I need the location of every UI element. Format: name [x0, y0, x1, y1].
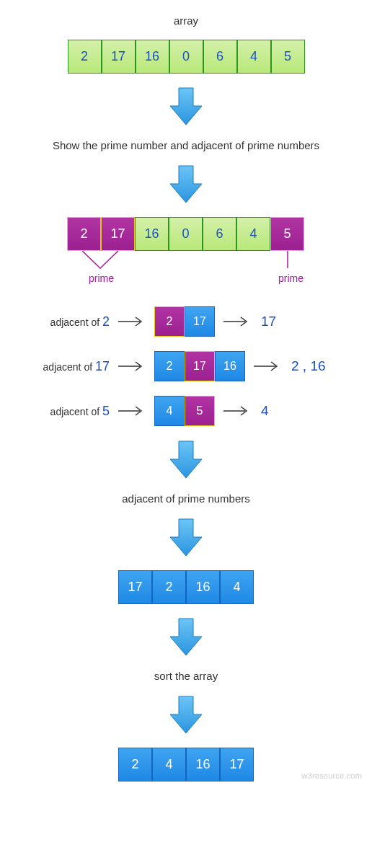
- arrow-right-icon: [222, 314, 252, 329]
- array-cell: 6: [203, 217, 236, 251]
- adjacent-cells: 217: [154, 306, 215, 337]
- array-cell: 2: [154, 306, 185, 337]
- arrow-right-icon: [117, 404, 147, 418]
- step-label: sort the array: [154, 670, 218, 682]
- watermark: w3resource.com: [302, 771, 363, 780]
- arrow-right-icon: [222, 404, 252, 418]
- array-adjacent: 172164: [118, 570, 254, 604]
- array-cell: 16: [135, 217, 169, 251]
- array-cell: 5: [271, 40, 305, 74]
- title-label: array: [174, 14, 198, 27]
- adjacent-label: adjacent of 17: [32, 359, 110, 374]
- array-cell: 2: [118, 748, 152, 781]
- prime-label-right: prime: [278, 273, 304, 284]
- arrow-down-icon: [168, 87, 204, 126]
- array-cell: 17: [185, 306, 215, 337]
- step-label: adjacent of prime numbers: [122, 492, 250, 505]
- arrow-right-icon: [252, 359, 283, 373]
- arrow-down-icon: [168, 164, 204, 204]
- adjacent-result: 2 , 16: [291, 358, 326, 374]
- prime-label-left: prime: [89, 273, 114, 284]
- arrow-right-icon: [117, 359, 147, 373]
- array-cell: 16: [136, 40, 169, 74]
- prime-indicator-group: prime prime: [67, 251, 305, 271]
- array-cell: 17: [220, 748, 254, 781]
- array-cell: 6: [203, 40, 237, 74]
- step-label: Show the prime number and adjacent of pr…: [53, 139, 319, 151]
- array-cell: 4: [152, 748, 186, 781]
- adjacent-cells: 21716: [154, 351, 245, 381]
- array-highlighted: 217160645: [67, 217, 305, 251]
- array-initial: 217160645: [68, 40, 305, 74]
- array-cell: 2: [67, 217, 101, 251]
- array-cell: 5: [270, 217, 304, 251]
- arrow-down-icon: [168, 617, 204, 657]
- array-cell: 4: [237, 40, 271, 74]
- flowchart: array 217160645 Show the prime number an…: [0, 14, 372, 781]
- array-cell: 0: [169, 217, 203, 251]
- adjacent-result: 4: [261, 403, 269, 419]
- array-cell: 2: [68, 40, 102, 74]
- adjacent-row: adjacent of 5454: [13, 395, 359, 427]
- adjacent-result: 17: [261, 314, 276, 329]
- array-sorted: 241617: [118, 748, 254, 781]
- array-cell: 17: [101, 217, 135, 251]
- array-cell: 16: [186, 570, 220, 604]
- arrow-right-icon: [117, 314, 147, 329]
- prime-line-icon: [270, 251, 305, 273]
- adjacent-row: adjacent of 17217162 , 16: [13, 350, 359, 382]
- array-cell: 4: [154, 396, 185, 426]
- array-cell: 16: [186, 748, 220, 781]
- adjacent-rows-group: adjacent of 221717adjacent of 17217162 ,…: [13, 306, 359, 427]
- array-cell: 2: [152, 570, 186, 604]
- array-cell: 17: [102, 40, 136, 74]
- array-cell: 16: [215, 351, 245, 381]
- array-cell: 4: [220, 570, 254, 604]
- array-cell: 0: [169, 40, 203, 74]
- adjacent-label: adjacent of 5: [32, 404, 110, 419]
- array-cell: 4: [236, 217, 270, 251]
- array-cell: 2: [154, 351, 185, 381]
- arrow-down-icon: [168, 518, 204, 557]
- arrow-down-icon: [168, 695, 204, 735]
- adjacent-row: adjacent of 221717: [13, 306, 359, 337]
- adjacent-label: adjacent of 2: [32, 314, 110, 329]
- array-cell: 17: [185, 351, 215, 381]
- adjacent-cells: 45: [154, 396, 215, 426]
- array-cell: 5: [185, 396, 215, 426]
- array-cell: 17: [118, 570, 152, 604]
- arrow-down-icon: [168, 440, 204, 479]
- prime-v-lines-icon: [64, 251, 143, 273]
